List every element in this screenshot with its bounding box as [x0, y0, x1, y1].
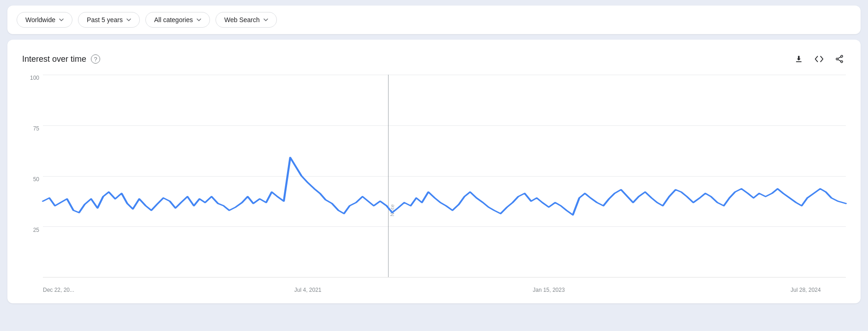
embed-icon[interactable]: [813, 53, 826, 65]
chart-title-group: Interest over time ?: [22, 54, 100, 64]
region-filter[interactable]: Worldwide: [17, 12, 72, 28]
search-type-label: Web Search: [224, 16, 260, 24]
chart-actions: [792, 53, 846, 65]
y-label-25: 25: [22, 227, 43, 233]
download-icon[interactable]: [792, 53, 805, 65]
category-label: All categories: [154, 16, 193, 24]
y-label-50: 50: [22, 176, 43, 183]
y-label-75: 75: [22, 125, 43, 132]
chart-header: Interest over time ?: [22, 53, 846, 65]
svg-point-1: [841, 61, 843, 63]
chart-container: 100 75 50 25 Note: [22, 75, 846, 296]
x-label-jul2021: Jul 4, 2021: [294, 287, 322, 293]
chart-inner: 100 75 50 25 Note: [22, 75, 846, 296]
y-label-100: 100: [22, 75, 43, 81]
share-icon[interactable]: [833, 53, 846, 65]
x-label-dec2020: Dec 22, 20...: [43, 287, 74, 293]
trend-polyline: [43, 158, 846, 215]
category-filter[interactable]: All categories: [145, 12, 210, 28]
help-icon[interactable]: ?: [91, 54, 100, 64]
x-label-jul2024: Jul 28, 2024: [790, 287, 820, 293]
search-type-filter[interactable]: Web Search: [216, 12, 277, 28]
x-label-jan2023: Jan 15, 2023: [533, 287, 564, 293]
svg-point-2: [836, 58, 838, 60]
time-label: Past 5 years: [87, 16, 123, 24]
chevron-down-icon: [59, 18, 64, 22]
chevron-down-icon: [263, 18, 268, 22]
interest-over-time-card: Interest over time ?: [7, 40, 861, 303]
chart-title: Interest over time: [22, 54, 86, 64]
chart-plot: Note: [43, 75, 846, 278]
region-label: Worldwide: [25, 16, 55, 24]
y-axis: 100 75 50 25: [22, 75, 43, 278]
chevron-down-icon: [197, 18, 201, 22]
filter-bar: Worldwide Past 5 years All categories We…: [7, 6, 861, 34]
trend-line-svg: [43, 75, 846, 277]
x-axis: Dec 22, 20... Jul 4, 2021 Jan 15, 2023 J…: [43, 278, 846, 296]
chevron-down-icon: [126, 18, 131, 22]
svg-point-0: [841, 55, 843, 57]
time-filter[interactable]: Past 5 years: [78, 12, 140, 28]
